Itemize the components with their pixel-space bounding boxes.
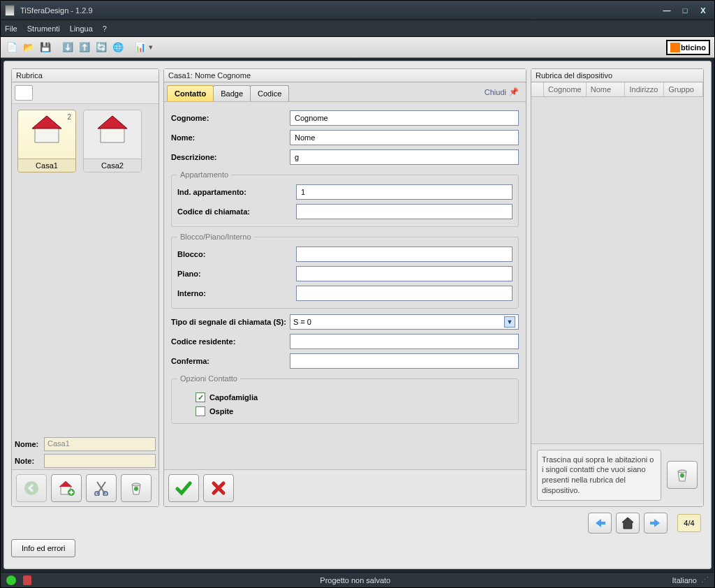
menu-lingua[interactable]: Lingua [70,24,93,33]
status-ok-icon [6,575,16,585]
globe-icon[interactable]: 🌐 [111,41,125,54]
ospite-label: Ospite [209,407,233,416]
houses-list: 2 Casa1 Casa2 [12,104,159,178]
blocco-input[interactable] [296,247,513,262]
note-field[interactable] [44,454,156,468]
rubrica-panel: Rubrica 2 Casa1 Casa2 Nome:C [11,68,159,507]
col-indirizzo[interactable]: Indirizzo [625,82,664,96]
close-window-button[interactable]: X [696,6,710,15]
tab-codice[interactable]: Codice [250,85,289,101]
svg-marker-1 [32,116,61,128]
resize-grip[interactable]: ⋰ [701,575,709,585]
col-gruppo[interactable]: Gruppo [664,82,703,96]
chart-icon[interactable]: 📊 [133,41,147,54]
upload-icon[interactable]: ⬆️ [78,41,91,54]
device-trash-button[interactable] [667,461,698,489]
list-view-icon[interactable] [15,85,33,101]
descr-input[interactable] [290,149,519,165]
note-label: Note: [15,457,44,465]
nav-home-button[interactable] [616,513,640,534]
nome-label-mid: Nome: [171,133,290,142]
tab-contatto[interactable]: Contatto [167,85,214,101]
status-doc-icon [23,575,31,585]
device-table-body[interactable] [531,97,703,443]
window-title: TiSferaDesign - 1.2.9 [20,6,93,15]
wizard-nav: 4/4 [11,507,704,535]
info-errors-button[interactable]: Info ed errori [11,539,75,557]
chart-dd[interactable]: ▾ [149,43,153,52]
new-icon[interactable]: 📄 [5,41,19,54]
svg-rect-14 [600,522,605,524]
cancel-button[interactable] [203,474,234,502]
confirm-button[interactable] [168,474,199,502]
device-rubrica-header: Rubrica del dispositivo [531,69,703,82]
app-window: TiSferaDesign - 1.2.9 — □ X File Strumen… [0,0,715,588]
piano-label: Piano: [177,270,296,278]
svg-point-11 [134,487,138,491]
house-card-casa2[interactable]: Casa2 [83,110,142,172]
blocco-label: Blocco: [177,250,296,258]
tipo-select[interactable]: S = 0▼ [290,314,519,330]
status-text: Progetto non salvato [38,576,672,585]
svg-marker-3 [98,116,127,128]
svg-point-4 [24,481,38,495]
chevron-down-icon: ▼ [504,316,515,328]
status-language[interactable]: Italiano [672,576,697,585]
piano-input[interactable] [296,266,513,281]
sync-icon[interactable]: 🔄 [94,41,108,54]
col-nome[interactable]: Nome [587,82,626,96]
house-icon [95,115,130,145]
codchiam-input[interactable] [296,204,513,219]
page-indicator: 4/4 [677,514,701,532]
titlebar: TiSferaDesign - 1.2.9 — □ X [1,1,714,20]
group-bpi: Blocco/Piano/Interno Blocco: Piano: Inte… [171,233,519,309]
house-card-casa1[interactable]: 2 Casa1 [17,110,76,172]
maximize-button[interactable]: □ [678,6,692,15]
brand-logo: bticino [666,40,710,55]
opz-legend: Opzioni Contatto [177,374,240,383]
trash-button[interactable] [121,474,152,502]
nome-input[interactable] [290,130,519,145]
nav-next-button[interactable] [644,513,668,534]
save-icon[interactable]: 💾 [38,41,52,54]
workarea: Rubrica 2 Casa1 Casa2 Nome:C [3,61,712,569]
tab-badge[interactable]: Badge [213,85,251,101]
cognome-label: Cognome: [171,114,290,122]
back-button[interactable] [16,474,47,502]
app-icon [5,5,15,16]
svg-marker-6 [59,481,72,487]
capofamiglia-checkbox[interactable]: ✓ [196,392,205,402]
device-table-header: Cognome Nome Indirizzo Gruppo [531,82,703,97]
ospite-checkbox[interactable]: ✓ [196,406,205,416]
open-icon[interactable]: 📂 [22,41,36,54]
col-cognome[interactable]: Cognome [544,82,587,96]
col-blank[interactable] [531,82,544,96]
menu-file[interactable]: File [5,24,17,33]
conf-input[interactable] [290,353,519,369]
nav-prev-button[interactable] [588,513,612,534]
codres-input[interactable] [290,334,519,349]
group-opzioni: Opzioni Contatto ✓Capofamiglia ✓Ospite [171,374,519,424]
download-icon[interactable]: ⬇️ [61,41,75,54]
nome-field[interactable]: Casa1 [44,437,156,451]
statusbar: Progetto non salvato Italiano ⋰ [1,572,714,587]
interno-input[interactable] [296,286,513,301]
codchiam-label: Codice di chiamata: [177,207,296,216]
interno-label: Interno: [177,289,296,297]
descr-label: Descrizione: [171,153,290,161]
indapp-input[interactable] [296,184,513,200]
conf-label: Conferma: [171,357,290,365]
cut-button[interactable] [86,474,117,502]
menu-help[interactable]: ? [103,24,107,33]
codres-label: Codice residente: [171,337,290,346]
nome-label: Nome: [15,440,44,448]
house-label: Casa1 [18,159,75,172]
add-house-button[interactable] [51,474,82,502]
rubrica-view-bar [12,82,159,104]
tipo-label: Tipo di segnale di chiamata (S): [171,318,290,326]
minimize-button[interactable]: — [660,6,674,15]
cognome-input[interactable] [290,110,519,126]
close-panel-button[interactable]: Chiudi📌 [485,87,519,96]
svg-marker-15 [622,517,633,529]
menu-strumenti[interactable]: Strumenti [27,24,60,33]
